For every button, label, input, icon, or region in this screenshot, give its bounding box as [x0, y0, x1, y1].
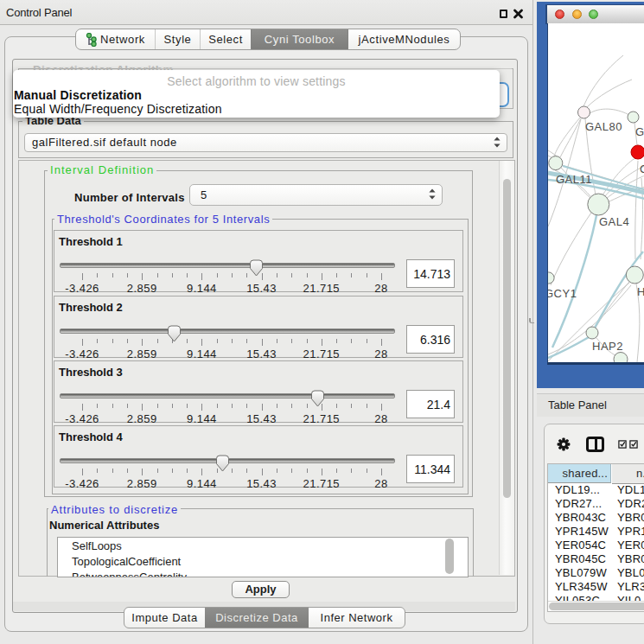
svg-text:GAL4: GAL4 — [599, 215, 629, 228]
svg-text:HAP2: HAP2 — [592, 340, 623, 353]
svg-text:GCY1: GCY1 — [548, 287, 577, 300]
svg-text:GA: GA — [635, 125, 644, 138]
svg-text:H: H — [637, 285, 644, 298]
svg-text:GAL11: GAL11 — [556, 173, 592, 186]
svg-text:C: C — [640, 163, 644, 175]
svg-text:GAL80: GAL80 — [585, 120, 622, 133]
